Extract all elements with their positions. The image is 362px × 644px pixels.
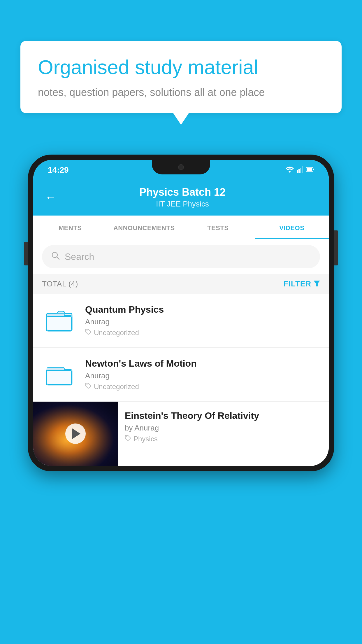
tab-ments[interactable]: MENTS	[33, 216, 107, 239]
phone-screen: 14:29	[33, 160, 329, 466]
svg-rect-0	[297, 170, 298, 173]
svg-rect-6	[307, 168, 312, 171]
video-info: Einstein's Theory Of Relativity by Anura…	[118, 402, 329, 452]
header-subtitle: IIT JEE Physics	[65, 200, 300, 209]
tab-announcements[interactable]: ANNOUNCEMENTS	[107, 216, 181, 239]
video-thumbnail	[33, 402, 118, 466]
tag-icon	[85, 329, 92, 337]
video-title: Einstein's Theory Of Relativity	[125, 410, 322, 421]
svg-rect-5	[313, 169, 314, 170]
status-time: 14:29	[48, 165, 69, 175]
signal-icon	[297, 166, 303, 174]
svg-marker-9	[314, 281, 320, 286]
phone-outer-shell: 14:29	[28, 155, 334, 471]
folder-icon	[42, 306, 77, 335]
list-item[interactable]: Newton's Laws of Motion Anurag Uncategor…	[33, 348, 329, 402]
camera-dot	[178, 164, 184, 170]
svg-line-8	[57, 257, 59, 259]
video-info: Newton's Laws of Motion Anurag Uncategor…	[85, 358, 320, 391]
filter-row: TOTAL (4) FILTER	[33, 274, 329, 294]
wifi-icon	[286, 166, 294, 174]
video-list: Quantum Physics Anurag Uncategorized	[33, 294, 329, 466]
video-title: Quantum Physics	[85, 304, 320, 315]
app-header: ← Physics Batch 12 IIT JEE Physics	[33, 180, 329, 216]
video-tag: Uncategorized	[85, 383, 320, 391]
filter-button[interactable]: FILTER	[284, 279, 320, 288]
search-icon	[51, 251, 60, 262]
speech-bubble-subtext: notes, question papers, solutions all at…	[38, 86, 324, 99]
filter-icon	[314, 279, 320, 288]
video-author: Anurag	[85, 317, 320, 326]
tabs-bar: MENTS ANNOUNCEMENTS TESTS VIDEOS	[33, 216, 329, 239]
svg-rect-2	[300, 168, 301, 173]
header-title: Physics Batch 12	[65, 186, 300, 198]
video-tag: Physics	[125, 435, 322, 443]
tab-videos[interactable]: VIDEOS	[255, 216, 329, 239]
video-author: by Anurag	[125, 424, 322, 433]
video-title: Newton's Laws of Motion	[85, 358, 320, 369]
tag-icon	[85, 383, 92, 391]
speech-bubble-heading: Organised study material	[38, 55, 324, 79]
list-item[interactable]: Quantum Physics Anurag Uncategorized	[33, 294, 329, 348]
play-button[interactable]	[65, 424, 86, 444]
tab-tests[interactable]: TESTS	[181, 216, 255, 239]
search-container: Search	[33, 239, 329, 274]
svg-rect-21	[47, 370, 71, 384]
back-button[interactable]: ←	[45, 191, 57, 204]
speech-bubble-container: Organised study material notes, question…	[20, 41, 342, 113]
status-bar: 14:29	[33, 160, 329, 180]
svg-rect-13	[47, 316, 71, 330]
total-count-label: TOTAL (4)	[42, 279, 78, 288]
phone-notch	[152, 160, 210, 174]
video-author: Anurag	[85, 371, 320, 380]
svg-rect-3	[302, 166, 303, 173]
phone-mockup: 14:29	[28, 155, 334, 471]
video-info: Quantum Physics Anurag Uncategorized	[85, 304, 320, 337]
play-icon	[72, 428, 80, 439]
folder-icon	[42, 360, 77, 389]
status-icons	[286, 166, 314, 174]
search-placeholder: Search	[65, 251, 94, 262]
header-title-group: Physics Batch 12 IIT JEE Physics	[65, 186, 300, 209]
search-bar[interactable]: Search	[42, 245, 320, 268]
battery-icon	[306, 167, 314, 173]
video-tag: Uncategorized	[85, 329, 320, 337]
tag-icon	[125, 435, 131, 443]
list-item[interactable]: Einstein's Theory Of Relativity by Anura…	[33, 402, 329, 466]
speech-bubble: Organised study material notes, question…	[20, 41, 342, 113]
svg-rect-1	[298, 169, 300, 173]
